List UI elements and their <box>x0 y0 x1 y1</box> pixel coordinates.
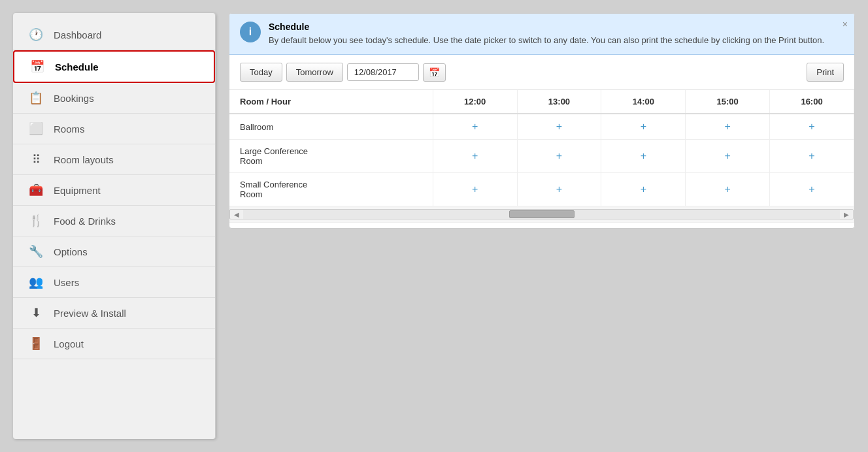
info-banner: i Schedule By default below you see toda… <box>229 14 854 55</box>
close-icon[interactable]: × <box>843 19 848 29</box>
table-row: Large ConferenceRoom+++++ <box>229 140 854 173</box>
scrollbar-thumb[interactable] <box>509 210 575 218</box>
hour-header-4: 16:00 <box>770 90 854 114</box>
sidebar-item-users[interactable]: 👥 Users <box>13 267 215 298</box>
toolbar: Today Tomorrow 📅 Print <box>229 55 854 90</box>
room-layouts-icon: ⠿ <box>26 152 46 167</box>
preview-install-icon: ⬇ <box>26 306 46 320</box>
table-header-row: Room / Hour 12:0013:0014:0015:0016:00 <box>229 90 854 114</box>
bookings-icon: 📋 <box>26 91 46 105</box>
slot-2-0: + <box>433 173 517 206</box>
slot-1-3: + <box>686 140 770 173</box>
sidebar-label-preview-install: Preview & Install <box>54 308 126 319</box>
add-booking-icon-2-2[interactable]: + <box>641 184 646 195</box>
info-text: Schedule By default below you see today'… <box>269 22 844 46</box>
sidebar-label-dashboard: Dashboard <box>54 29 101 40</box>
scroll-right-arrow[interactable]: ▶ <box>840 211 853 218</box>
room-name-2: Small ConferenceRoom <box>229 173 433 206</box>
info-title: Schedule <box>269 22 844 32</box>
sidebar-label-schedule: Schedule <box>55 61 99 73</box>
scrollbar-cell: ◀ ▶ <box>229 206 854 223</box>
table-row: Ballroom+++++ <box>229 114 854 140</box>
add-booking-icon-2-1[interactable]: + <box>556 184 562 195</box>
slot-1-2: + <box>601 140 686 173</box>
scrollbar-row: ◀ ▶ <box>229 206 854 223</box>
scroll-left-arrow[interactable]: ◀ <box>230 211 243 218</box>
slot-2-4: + <box>770 173 854 206</box>
food-drinks-icon: 🍴 <box>26 214 46 228</box>
add-booking-icon-1-3[interactable]: + <box>724 150 730 161</box>
slot-1-0: + <box>433 140 517 173</box>
today-button[interactable]: Today <box>240 63 282 82</box>
slot-0-2: + <box>601 114 686 140</box>
add-booking-icon-2-0[interactable]: + <box>472 184 478 195</box>
sidebar-label-room-layouts: Room layouts <box>54 154 114 165</box>
horizontal-scrollbar[interactable]: ◀ ▶ <box>229 209 854 219</box>
add-booking-icon-1-1[interactable]: + <box>556 150 562 161</box>
print-button[interactable]: Print <box>807 63 844 82</box>
add-booking-icon-1-4[interactable]: + <box>809 150 814 161</box>
table-row: Small ConferenceRoom+++++ <box>229 173 854 206</box>
sidebar-label-food-drinks: Food & Drinks <box>54 216 116 227</box>
add-booking-icon-0-2[interactable]: + <box>641 121 646 132</box>
schedule-panel: i Schedule By default below you see toda… <box>229 13 855 229</box>
rooms-icon: ⬜ <box>26 121 46 136</box>
slot-2-1: + <box>517 173 601 206</box>
sidebar-item-preview-install[interactable]: ⬇ Preview & Install <box>13 298 215 329</box>
room-name-1: Large ConferenceRoom <box>229 140 433 173</box>
sidebar-item-schedule[interactable]: 📅 Schedule <box>13 50 215 83</box>
add-booking-icon-0-1[interactable]: + <box>556 121 562 132</box>
slot-0-1: + <box>517 114 601 140</box>
add-booking-icon-0-4[interactable]: + <box>809 121 814 132</box>
sidebar-label-users: Users <box>54 277 79 288</box>
equipment-icon: 🧰 <box>26 183 46 197</box>
main-content: i Schedule By default below you see toda… <box>216 0 868 452</box>
add-booking-icon-0-0[interactable]: + <box>472 121 478 132</box>
schedule-table: Room / Hour 12:0013:0014:0015:0016:00 Ba… <box>229 90 854 223</box>
slot-2-3: + <box>686 173 770 206</box>
sidebar: 🕐 Dashboard 📅 Schedule 📋 Bookings ⬜ Room… <box>13 13 216 439</box>
slot-0-4: + <box>770 114 854 140</box>
hour-header-2: 14:00 <box>601 90 686 114</box>
slot-1-4: + <box>770 140 854 173</box>
sidebar-item-bookings[interactable]: 📋 Bookings <box>13 83 215 114</box>
logout-icon: 🚪 <box>26 336 46 351</box>
dashboard-icon: 🕐 <box>26 27 46 42</box>
sidebar-item-dashboard[interactable]: 🕐 Dashboard <box>13 20 215 50</box>
sidebar-label-rooms: Rooms <box>54 123 85 135</box>
options-icon: 🔧 <box>26 244 46 259</box>
sidebar-item-rooms[interactable]: ⬜ Rooms <box>13 114 215 144</box>
add-booking-icon-0-3[interactable]: + <box>724 121 730 132</box>
slot-0-3: + <box>686 114 770 140</box>
sidebar-label-logout: Logout <box>54 338 84 349</box>
sidebar-label-equipment: Equipment <box>54 185 101 196</box>
slot-1-1: + <box>517 140 601 173</box>
room-name-0: Ballroom <box>229 114 433 140</box>
hour-header-3: 15:00 <box>686 90 770 114</box>
room-hour-header: Room / Hour <box>229 90 433 114</box>
users-icon: 👥 <box>26 275 46 289</box>
tomorrow-button[interactable]: Tomorrow <box>286 63 343 82</box>
sidebar-item-room-layouts[interactable]: ⠿ Room layouts <box>13 144 215 175</box>
calendar-icon-button[interactable]: 📅 <box>423 63 446 82</box>
add-booking-icon-2-3[interactable]: + <box>724 184 730 195</box>
info-icon: i <box>240 22 261 42</box>
hour-header-0: 12:00 <box>433 90 517 114</box>
slot-0-0: + <box>433 114 517 140</box>
sidebar-label-bookings: Bookings <box>54 93 94 104</box>
sidebar-item-food-drinks[interactable]: 🍴 Food & Drinks <box>13 206 215 236</box>
scrollbar-track <box>243 210 840 219</box>
info-desc: By default below you see today's schedul… <box>269 35 844 46</box>
schedule-icon: 📅 <box>27 59 47 74</box>
add-booking-icon-2-4[interactable]: + <box>809 184 814 195</box>
hour-header-1: 13:00 <box>517 90 601 114</box>
sidebar-item-logout[interactable]: 🚪 Logout <box>13 329 215 359</box>
sidebar-item-equipment[interactable]: 🧰 Equipment <box>13 175 215 206</box>
date-input[interactable] <box>347 63 419 81</box>
add-booking-icon-1-2[interactable]: + <box>641 150 646 161</box>
add-booking-icon-1-0[interactable]: + <box>472 150 478 161</box>
sidebar-label-options: Options <box>54 246 88 257</box>
sidebar-item-options[interactable]: 🔧 Options <box>13 236 215 267</box>
slot-2-2: + <box>601 173 686 206</box>
schedule-table-wrapper: Room / Hour 12:0013:0014:0015:0016:00 Ba… <box>229 90 854 228</box>
